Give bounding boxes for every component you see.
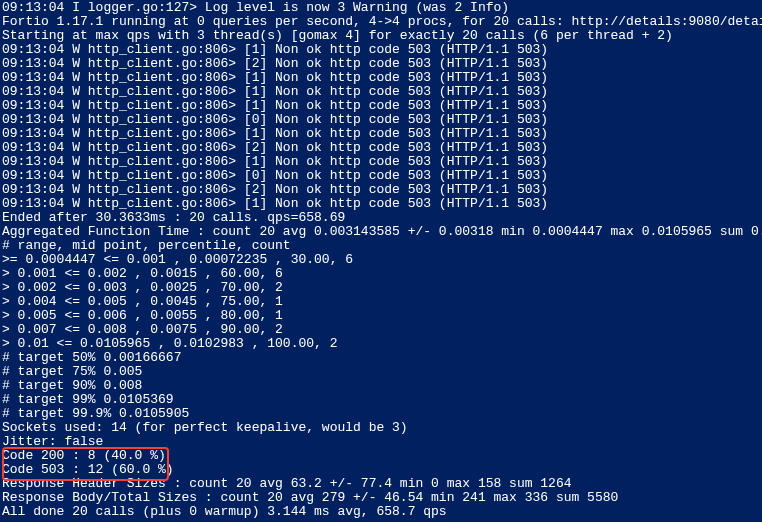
terminal-line-29: # target 99.9% 0.0105905 bbox=[2, 407, 760, 421]
terminal-line-10: 09:13:04 W http_client.go:806> [2] Non o… bbox=[2, 141, 760, 155]
terminal-line-4: 09:13:04 W http_client.go:806> [2] Non o… bbox=[2, 57, 760, 71]
terminal-line-9: 09:13:04 W http_client.go:806> [1] Non o… bbox=[2, 127, 760, 141]
terminal-line-6: 09:13:04 W http_client.go:806> [1] Non o… bbox=[2, 85, 760, 99]
terminal-line-8: 09:13:04 W http_client.go:806> [0] Non o… bbox=[2, 113, 760, 127]
terminal-line-12: 09:13:04 W http_client.go:806> [0] Non o… bbox=[2, 169, 760, 183]
terminal-line-22: > 0.005 <= 0.006 , 0.0055 , 80.00, 1 bbox=[2, 309, 760, 323]
terminal-output[interactable]: 09:13:04 I logger.go:127> Log level is n… bbox=[0, 0, 762, 520]
terminal-line-28: # target 99% 0.0105369 bbox=[2, 393, 760, 407]
terminal-line-19: > 0.001 <= 0.002 , 0.0015 , 60.00, 6 bbox=[2, 267, 760, 281]
terminal-line-25: # target 50% 0.00166667 bbox=[2, 351, 760, 365]
terminal-line-5: 09:13:04 W http_client.go:806> [1] Non o… bbox=[2, 71, 760, 85]
terminal-line-32: Code 200 : 8 (40.0 %) bbox=[2, 449, 760, 463]
terminal-line-15: Ended after 30.3633ms : 20 calls. qps=65… bbox=[2, 211, 760, 225]
terminal-line-31: Jitter: false bbox=[2, 435, 760, 449]
terminal-line-33: Code 503 : 12 (60.0 %) bbox=[2, 463, 760, 477]
terminal-line-27: # target 90% 0.008 bbox=[2, 379, 760, 393]
terminal-line-17: # range, mid point, percentile, count bbox=[2, 239, 760, 253]
terminal-line-34: Response Header Sizes : count 20 avg 63.… bbox=[2, 477, 760, 491]
terminal-line-35: Response Body/Total Sizes : count 20 avg… bbox=[2, 491, 760, 505]
terminal-line-30: Sockets used: 14 (for perfect keepalive,… bbox=[2, 421, 760, 435]
terminal-line-26: # target 75% 0.005 bbox=[2, 365, 760, 379]
terminal-window[interactable]: 09:13:04 I logger.go:127> Log level is n… bbox=[0, 0, 762, 520]
terminal-line-0: 09:13:04 I logger.go:127> Log level is n… bbox=[2, 1, 760, 15]
terminal-line-23: > 0.007 <= 0.008 , 0.0075 , 90.00, 2 bbox=[2, 323, 760, 337]
terminal-line-7: 09:13:04 W http_client.go:806> [1] Non o… bbox=[2, 99, 760, 113]
terminal-line-14: 09:13:04 W http_client.go:806> [1] Non o… bbox=[2, 197, 760, 211]
terminal-line-18: >= 0.0004447 <= 0.001 , 0.00072235 , 30.… bbox=[2, 253, 760, 267]
terminal-line-20: > 0.002 <= 0.003 , 0.0025 , 70.00, 2 bbox=[2, 281, 760, 295]
terminal-line-24: > 0.01 <= 0.0105965 , 0.0102983 , 100.00… bbox=[2, 337, 760, 351]
terminal-line-21: > 0.004 <= 0.005 , 0.0045 , 75.00, 1 bbox=[2, 295, 760, 309]
terminal-line-1: Fortio 1.17.1 running at 0 queries per s… bbox=[2, 15, 760, 29]
terminal-line-13: 09:13:04 W http_client.go:806> [2] Non o… bbox=[2, 183, 760, 197]
terminal-line-36: All done 20 calls (plus 0 warmup) 3.144 … bbox=[2, 505, 760, 519]
terminal-line-2: Starting at max qps with 3 thread(s) [go… bbox=[2, 29, 760, 43]
terminal-line-16: Aggregated Function Time : count 20 avg … bbox=[2, 225, 760, 239]
terminal-line-3: 09:13:04 W http_client.go:806> [1] Non o… bbox=[2, 43, 760, 57]
terminal-line-11: 09:13:04 W http_client.go:806> [1] Non o… bbox=[2, 155, 760, 169]
